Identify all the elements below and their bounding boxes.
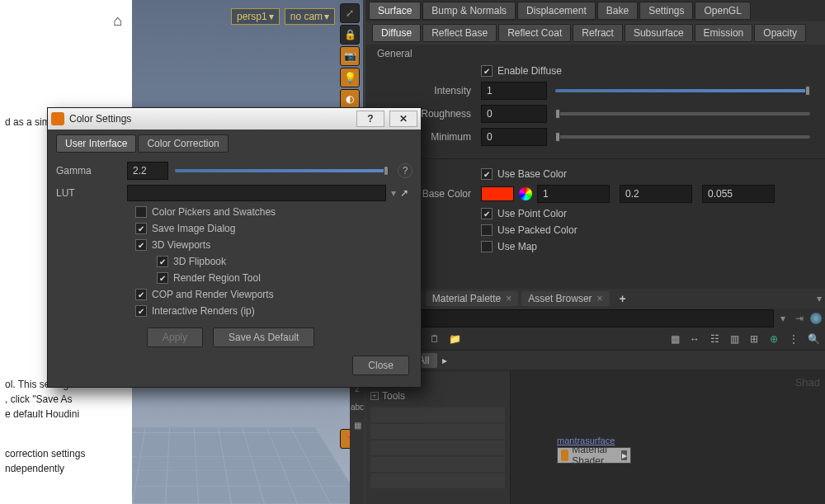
tab-color-correction[interactable]: Color Correction: [138, 134, 228, 153]
tab-diffuse[interactable]: Diffuse: [372, 24, 421, 42]
tab-user-interface[interactable]: User Interface: [56, 134, 136, 153]
use-base-color-checkbox[interactable]: ✔: [481, 168, 493, 180]
base-b-field[interactable]: [702, 185, 775, 203]
tool-icon[interactable]: ⊕: [767, 332, 780, 346]
expand-icon[interactable]: ⤢: [340, 3, 360, 23]
base-color-swatch[interactable]: [481, 186, 514, 201]
folder-icon[interactable]: 📁: [448, 332, 461, 346]
pane-menu-icon[interactable]: ▾: [817, 293, 822, 304]
home-icon[interactable]: ⌂: [113, 10, 122, 32]
save-dialog-checkbox[interactable]: ✔: [135, 223, 147, 234]
shader-node[interactable]: mantrasurface Material Shader ▸: [557, 436, 631, 464]
camera-label[interactable]: persp1▾: [231, 8, 280, 25]
enable-diffuse-checkbox[interactable]: ✔: [481, 65, 493, 77]
tab-opacity[interactable]: Opacity: [754, 24, 806, 42]
doc-text: e default Houdini: [5, 407, 127, 422]
minimum-field[interactable]: [481, 128, 547, 146]
cop-checkbox[interactable]: ✔: [135, 289, 147, 300]
network-canvas[interactable]: Shad mantrasurface Material Shader ▸: [512, 371, 825, 504]
use-point-color-checkbox[interactable]: ✔: [481, 208, 493, 219]
tab-opengl[interactable]: OpenGL: [695, 2, 750, 20]
pickers-label: Color Pickers and Swatches: [152, 206, 276, 218]
tab-reflect-base[interactable]: Reflect Base: [422, 24, 497, 42]
flipbook-checkbox[interactable]: ✔: [157, 256, 168, 267]
apply-button[interactable]: Apply: [147, 327, 203, 347]
tool-icon[interactable]: ▥: [728, 332, 741, 346]
close-button[interactable]: ✕: [389, 111, 417, 127]
close-icon[interactable]: ×: [506, 293, 512, 304]
tab-bake[interactable]: Bake: [597, 2, 638, 20]
tool-icon[interactable]: ⋮: [787, 332, 800, 346]
dropdown-icon[interactable]: ▸: [442, 355, 447, 366]
intensity-slider[interactable]: [555, 89, 810, 92]
tab-surface[interactable]: Surface: [369, 2, 421, 20]
add-pane-tab[interactable]: +: [613, 290, 633, 307]
collapse-icon[interactable]: +: [370, 392, 379, 400]
color-wheel-icon[interactable]: [519, 187, 532, 200]
app-icon: [51, 112, 64, 125]
pane-tab-asset[interactable]: Asset Browser×: [521, 291, 609, 306]
roughness-slider[interactable]: [555, 112, 810, 115]
pickers-checkbox[interactable]: [135, 206, 147, 218]
lock-icon[interactable]: 🔒: [340, 25, 360, 45]
use-point-color-label: Use Point Color: [497, 208, 567, 219]
tool-icon[interactable]: ▦: [668, 332, 681, 346]
tab-bump[interactable]: Bump & Normals: [422, 2, 516, 20]
tab-settings[interactable]: Settings: [639, 2, 693, 20]
3d-viewports-label: 3D Viewports: [152, 239, 210, 251]
globe-icon[interactable]: [810, 313, 822, 324]
region-checkbox[interactable]: ✔: [157, 272, 168, 284]
tab-reflect-coat[interactable]: Reflect Coat: [498, 24, 571, 42]
camera-icon[interactable]: 📷: [340, 46, 360, 66]
gamma-field[interactable]: [127, 162, 168, 180]
tool-icon[interactable]: ↔: [688, 332, 701, 346]
roughness-field[interactable]: [481, 105, 547, 123]
use-map-label: Use Map: [497, 241, 537, 252]
intensity-field[interactable]: [481, 82, 547, 100]
lut-label: LUT: [56, 187, 124, 199]
browse-icon[interactable]: ↗: [396, 185, 412, 201]
node-arrow-icon[interactable]: ▸: [621, 450, 627, 460]
interactive-label: Interactive Renders (ip): [152, 305, 255, 317]
base-r-field[interactable]: [537, 185, 610, 203]
interactive-checkbox[interactable]: ✔: [135, 305, 147, 317]
doc-text: correction settings: [5, 446, 127, 461]
use-map-checkbox[interactable]: [481, 241, 493, 252]
pane-tab-material[interactable]: Material Palette×: [426, 291, 518, 306]
doc-text: ndependently: [5, 461, 127, 476]
tool-icon[interactable]: ⊞: [747, 332, 761, 346]
light-icon[interactable]: 💡: [340, 68, 360, 87]
node-type: Material Shader: [572, 444, 618, 467]
help-button[interactable]: ?: [356, 111, 384, 127]
tree-tools[interactable]: + Tools: [365, 388, 510, 404]
lut-field[interactable]: [127, 185, 386, 201]
tab-emission[interactable]: Emission: [695, 24, 753, 42]
cartoon-icon[interactable]: ◐: [340, 89, 360, 109]
search-icon[interactable]: 🔍: [807, 332, 820, 346]
path-dropdown-icon[interactable]: ▾: [777, 313, 789, 324]
base-g-field[interactable]: [620, 185, 692, 203]
use-packed-color-label: Use Packed Color: [497, 224, 578, 236]
region-label: Render Region Tool: [173, 272, 261, 284]
gamma-slider[interactable]: [175, 169, 388, 172]
tab-displacement[interactable]: Displacement: [517, 2, 596, 20]
tool-icon[interactable]: ☷: [708, 332, 721, 346]
path-input[interactable]: [386, 309, 774, 327]
doc-text: , click "Save As: [5, 392, 127, 407]
view-mode-label: Shad: [795, 376, 820, 389]
note-icon[interactable]: 🗒: [428, 332, 441, 346]
tab-refract[interactable]: Refract: [573, 24, 623, 42]
nocam-label[interactable]: no cam▾: [285, 8, 335, 25]
general-label: General: [365, 45, 825, 63]
sidebar-icon[interactable]: ▦: [350, 416, 365, 434]
use-packed-color-checkbox[interactable]: [481, 224, 493, 236]
3d-viewports-checkbox[interactable]: ✔: [135, 239, 147, 251]
minimum-slider[interactable]: [555, 135, 810, 139]
help-icon[interactable]: ?: [398, 163, 412, 178]
close-dialog-button[interactable]: Close: [352, 356, 409, 375]
sidebar-item[interactable]: abc: [350, 398, 365, 416]
go-end-icon[interactable]: ⇥: [792, 313, 807, 324]
tab-subsurface[interactable]: Subsurface: [625, 24, 693, 42]
save-default-button[interactable]: Save As Default: [213, 327, 314, 347]
close-icon[interactable]: ×: [597, 293, 603, 304]
